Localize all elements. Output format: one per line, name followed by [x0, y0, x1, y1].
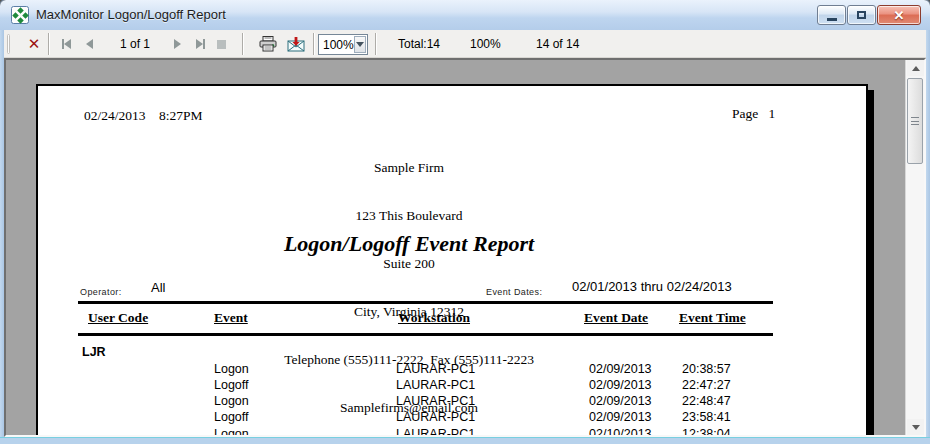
- cell-event: Logon: [214, 427, 249, 437]
- column-header-event-date: Event Date: [584, 310, 648, 326]
- page-word: Page: [732, 106, 758, 121]
- arrow-down-icon: [912, 425, 920, 430]
- cell-event: Logon: [214, 394, 249, 408]
- event-dates-label: Event Dates:: [486, 287, 542, 297]
- minimize-button[interactable]: [817, 5, 846, 25]
- cell-event-date: 02/10/2013: [589, 427, 652, 437]
- first-page-arrow: [64, 39, 71, 49]
- print-button[interactable]: [256, 30, 280, 58]
- firm-street: 123 This Boulevard: [38, 208, 780, 224]
- cell-event-time: 20:38:57: [682, 362, 731, 376]
- last-page-button[interactable]: [190, 30, 210, 58]
- minimize-icon: [827, 18, 837, 21]
- window-border-left: [0, 30, 4, 444]
- load-progress-label: 100%: [470, 30, 501, 58]
- thumb-grip-icon: [911, 117, 919, 125]
- scroll-up-button[interactable]: [907, 60, 924, 76]
- cell-event-time: 12:38:04: [682, 427, 731, 437]
- page-number-value: 1: [768, 106, 775, 121]
- cell-event-time: 22:47:27: [682, 378, 731, 392]
- column-header-event-time: Event Time: [679, 310, 746, 326]
- report-page-number: Page 1: [732, 106, 775, 122]
- toolbar-gripper[interactable]: [7, 34, 10, 54]
- next-page-icon: [174, 39, 181, 49]
- restore-button[interactable]: [847, 5, 876, 25]
- column-header-event: Event: [214, 310, 248, 326]
- chevron-down-icon: [356, 42, 364, 47]
- window-border-bottom: [0, 437, 930, 444]
- stop-loading-button[interactable]: [212, 30, 230, 58]
- column-header-workstation: Workstation: [398, 310, 470, 326]
- header-rule-top: [78, 301, 773, 304]
- report-toolbar: ✕ 1 of 1: [4, 30, 926, 58]
- report-title: Logon/Logoff Event Report: [38, 231, 780, 257]
- cell-event: Logoff: [214, 410, 249, 424]
- cell-workstation: LAURAR-PC1: [396, 378, 475, 392]
- window-title: MaxMonitor Logon/Logoff Report: [36, 7, 226, 22]
- firm-suite: Suite 200: [38, 256, 780, 272]
- close-icon: ✕: [894, 9, 905, 22]
- close-report-icon: ✕: [28, 35, 41, 53]
- total-records-label: Total:14: [398, 30, 440, 58]
- zoom-dropdown-button[interactable]: [354, 36, 366, 53]
- group-user-code: LJR: [82, 345, 106, 359]
- operator-value: All: [151, 280, 165, 295]
- cell-event: Logon: [214, 362, 249, 376]
- last-page-arrow: [196, 39, 203, 49]
- separator: [242, 33, 244, 55]
- arrow-up-icon: [912, 66, 920, 71]
- record-count-label: 14 of 14: [536, 30, 579, 58]
- titlebar: MaxMonitor Logon/Logoff Report ✕: [0, 0, 930, 30]
- operator-label: Operator:: [80, 287, 122, 297]
- scroll-down-button[interactable]: [907, 419, 924, 435]
- cell-workstation: LAURAR-PC1: [396, 394, 475, 408]
- cell-event: Logoff: [214, 378, 249, 392]
- close-report-button[interactable]: ✕: [22, 30, 46, 58]
- app-icon: [11, 6, 29, 24]
- header-rule-bottom: [78, 333, 773, 336]
- cell-event-date: 02/09/2013: [589, 394, 652, 408]
- report-generated-datetime: 02/24/2013 8:27PM: [84, 108, 203, 124]
- previous-page-button[interactable]: [80, 30, 98, 58]
- cell-event-time: 22:48:47: [682, 394, 731, 408]
- app-window: MaxMonitor Logon/Logoff Report ✕ ✕ 1 of …: [0, 0, 930, 444]
- zoom-combobox[interactable]: 100%: [318, 34, 368, 55]
- previous-page-icon: [86, 39, 93, 49]
- report-viewer: 02/24/2013 8:27PM Page 1 Sample Firm 123…: [4, 58, 926, 437]
- cell-workstation: LAURAR-PC1: [396, 427, 475, 437]
- separator: [48, 33, 50, 55]
- stop-icon: [217, 40, 226, 49]
- next-page-button[interactable]: [168, 30, 186, 58]
- first-page-button[interactable]: [56, 30, 76, 58]
- vertical-scrollbar[interactable]: [905, 60, 924, 435]
- column-header-user-code: User Code: [88, 310, 148, 326]
- firm-name: Sample Firm: [38, 160, 780, 176]
- export-button[interactable]: [284, 30, 308, 58]
- window-border-right: [926, 30, 930, 444]
- cell-event-date: 02/09/2013: [589, 410, 652, 424]
- separator: [375, 33, 377, 55]
- page-indicator: 1 of 1: [100, 30, 170, 58]
- event-dates-value: 02/01/2013 thru 02/24/2013: [572, 279, 732, 294]
- cell-event-date: 02/09/2013: [589, 362, 652, 376]
- last-page-icon: [203, 39, 205, 49]
- cell-workstation: LAURAR-PC1: [396, 362, 475, 376]
- cell-workstation: LAURAR-PC1: [396, 410, 475, 424]
- report-page: 02/24/2013 8:27PM Page 1 Sample Firm 123…: [36, 84, 868, 437]
- scrollbar-thumb[interactable]: [907, 78, 923, 164]
- export-envelope-icon: [287, 37, 305, 52]
- printer-icon: [259, 36, 277, 52]
- close-window-button[interactable]: ✕: [877, 5, 921, 25]
- separator: [313, 33, 315, 55]
- restore-icon: [857, 11, 866, 19]
- cell-event-time: 23:58:41: [682, 410, 731, 424]
- zoom-value: 100%: [319, 38, 354, 52]
- cell-event-date: 02/09/2013: [589, 378, 652, 392]
